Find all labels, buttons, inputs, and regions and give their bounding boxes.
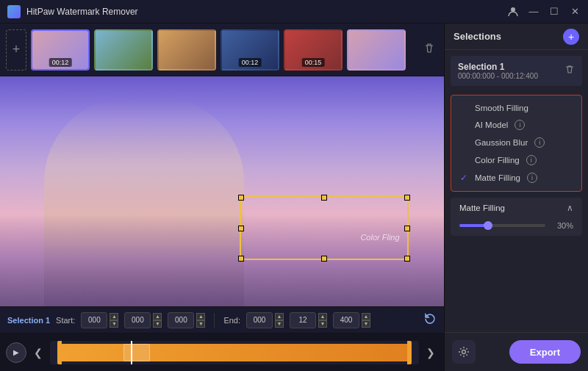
add-selection-button[interactable]: + xyxy=(563,29,579,45)
color-filling-label: Color Filling xyxy=(475,156,520,165)
ai-model-option[interactable]: AI Model i xyxy=(451,116,581,134)
handle-top-mid[interactable] xyxy=(321,195,327,201)
thumbnail-4[interactable]: 00:12 xyxy=(220,29,279,71)
start-seconds-up[interactable]: ▲ xyxy=(196,313,205,320)
color-filling-info-icon[interactable]: i xyxy=(526,155,537,165)
reset-button[interactable] xyxy=(423,312,437,328)
matte-slider-value: 30% xyxy=(551,221,573,230)
thumbnail-2[interactable] xyxy=(94,29,153,71)
timeline-handle-right[interactable] xyxy=(407,341,412,364)
right-panel: Selections + Selection 1 000:00:000 - 00… xyxy=(444,24,588,371)
svg-point-0 xyxy=(511,7,515,12)
gaussian-blur-option[interactable]: Gaussion Blur i xyxy=(451,134,581,151)
start-hours-down[interactable]: ▼ xyxy=(110,320,118,328)
matte-slider-thumb[interactable] xyxy=(484,221,492,230)
thumbnail-strip: + 00:12 00:12 00:15 xyxy=(0,24,444,76)
handle-mid-left[interactable] xyxy=(238,226,244,231)
smooth-filling-option[interactable]: Smooth Filling xyxy=(451,100,581,116)
handle-bottom-left[interactable] xyxy=(238,256,244,262)
start-seconds-input[interactable]: 000 xyxy=(168,312,194,328)
smooth-filling-label: Smooth Filling xyxy=(475,104,528,112)
color-filling-option[interactable]: Color Filling i xyxy=(451,151,581,169)
controls-bar: Selection 1 Start: 000 ▲ ▼ 000 ▲ ▼ 000 xyxy=(0,306,444,333)
close-button[interactable]: ✕ xyxy=(569,6,581,18)
matte-filling-label: Matte Filling xyxy=(475,173,520,182)
end-hours-up[interactable]: ▲ xyxy=(275,313,284,320)
panel-title: Selections xyxy=(453,31,501,42)
start-minutes-input[interactable]: 000 xyxy=(124,312,151,328)
handle-top-right[interactable] xyxy=(404,195,410,201)
gaussian-blur-info-icon[interactable]: i xyxy=(534,137,545,148)
play-button[interactable]: ▶ xyxy=(6,342,26,363)
matte-slider-track[interactable] xyxy=(459,224,545,227)
matte-filling-info-icon[interactable]: i xyxy=(527,173,537,183)
thumb-1-label: 00:12 xyxy=(49,58,72,67)
selection-delete-button[interactable] xyxy=(564,65,575,77)
start-hours-field: 000 ▲ ▼ xyxy=(81,312,118,328)
matte-section-label: Matte Filling xyxy=(459,203,505,212)
thumbnail-5[interactable]: 00:15 xyxy=(284,29,343,71)
start-hours-spin: ▲ ▼ xyxy=(110,313,118,328)
export-label: Export xyxy=(530,347,560,358)
settings-button[interactable] xyxy=(452,340,476,364)
end-minutes-spin: ▲ ▼ xyxy=(318,313,327,328)
matte-slider-fill xyxy=(459,224,485,227)
video-preview: Color Fling xyxy=(0,76,444,306)
start-hours-up[interactable]: ▲ xyxy=(110,313,118,320)
profile-icon[interactable] xyxy=(507,6,519,18)
export-button[interactable]: Export xyxy=(509,340,581,364)
timeline-track[interactable] xyxy=(50,341,419,364)
thumb-4-label: 00:12 xyxy=(239,58,262,67)
matte-chevron-icon: ∧ xyxy=(567,203,573,213)
handle-mid-right[interactable] xyxy=(404,226,410,231)
timeline: ▶ ❮ ❯ xyxy=(0,333,444,371)
thumbnail-1[interactable]: 00:12 xyxy=(31,29,90,71)
selection-time: 000:00:000 - 000:12:400 xyxy=(458,72,538,80)
handle-bottom-mid[interactable] xyxy=(321,256,327,262)
ctrl-sep-1 xyxy=(214,313,215,328)
matte-filling-option[interactable]: ✓ Matte Filling i xyxy=(451,169,581,187)
matte-header[interactable]: Matte Filling ∧ xyxy=(451,198,582,218)
end-hours-input[interactable]: 000 xyxy=(246,312,273,328)
end-minutes-up[interactable]: ▲ xyxy=(318,313,327,320)
minimize-button[interactable]: — xyxy=(528,6,539,18)
delete-media-button[interactable] xyxy=(420,40,438,60)
end-seconds-input[interactable]: 400 xyxy=(333,312,359,328)
start-minutes-spin: ▲ ▼ xyxy=(153,313,162,328)
maximize-button[interactable]: ☐ xyxy=(548,6,560,18)
panel-header: Selections + xyxy=(445,24,588,50)
selection-name: Selection 1 xyxy=(458,62,538,72)
start-minutes-up[interactable]: ▲ xyxy=(153,313,162,320)
title-bar-controls: — ☐ ✕ xyxy=(507,6,581,18)
timeline-next[interactable]: ❯ xyxy=(423,344,438,361)
selection-region[interactable] xyxy=(240,196,409,261)
start-hours-input[interactable]: 000 xyxy=(81,312,107,328)
end-minutes-down[interactable]: ▼ xyxy=(318,320,327,328)
filling-options-box: Smooth Filling AI Model i Gaussion Blur … xyxy=(451,95,582,192)
handle-top-left[interactable] xyxy=(238,195,244,201)
end-minutes-input[interactable]: 12 xyxy=(290,312,316,328)
timeline-bar xyxy=(57,344,412,361)
start-seconds-spin: ▲ ▼ xyxy=(196,313,205,328)
start-seconds-down[interactable]: ▼ xyxy=(196,320,205,328)
end-seconds-down[interactable]: ▼ xyxy=(362,320,370,328)
end-seconds-spin: ▲ ▼ xyxy=(362,313,370,328)
timeline-thumbnail xyxy=(123,344,150,361)
end-hours-down[interactable]: ▼ xyxy=(275,320,284,328)
timeline-handle-left[interactable] xyxy=(57,341,62,364)
thumbnail-3[interactable] xyxy=(157,29,216,71)
handle-bottom-right[interactable] xyxy=(404,256,410,262)
start-minutes-field: 000 ▲ ▼ xyxy=(124,312,162,328)
add-media-button[interactable]: + xyxy=(6,29,26,71)
thumbnail-6[interactable] xyxy=(347,29,406,71)
title-bar: HitPaw Watermark Remover — ☐ ✕ xyxy=(0,0,588,24)
start-minutes-down[interactable]: ▼ xyxy=(153,320,162,328)
end-seconds-field: 400 ▲ ▼ xyxy=(333,312,370,328)
selection-entry-1[interactable]: Selection 1 000:00:000 - 000:12:400 xyxy=(451,56,582,86)
end-hours-spin: ▲ ▼ xyxy=(275,313,284,328)
end-seconds-up[interactable]: ▲ xyxy=(362,313,370,320)
ai-model-info-icon[interactable]: i xyxy=(514,120,525,130)
gaussian-blur-label: Gaussion Blur xyxy=(475,138,528,147)
timeline-prev[interactable]: ❮ xyxy=(31,344,46,361)
end-label: End: xyxy=(223,316,240,325)
